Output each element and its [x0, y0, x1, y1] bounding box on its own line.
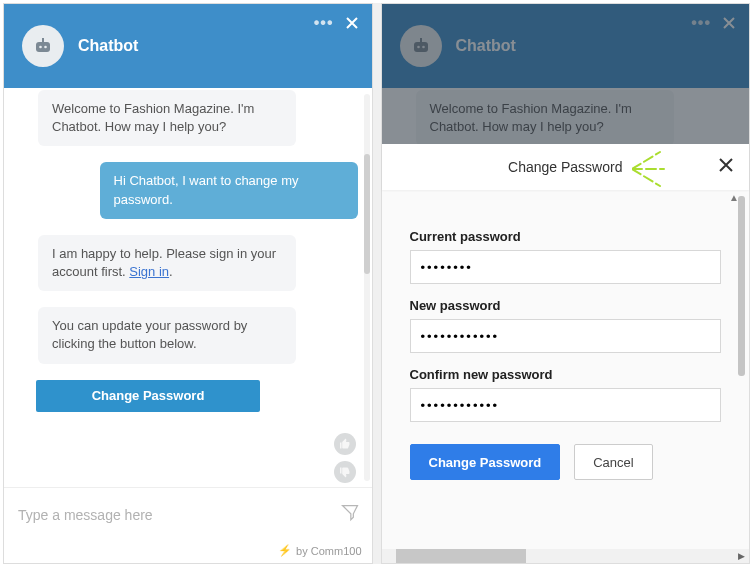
svg-point-1 [39, 46, 42, 49]
sign-in-link[interactable]: Sign in [129, 264, 169, 279]
current-password-input[interactable] [410, 250, 722, 284]
bot-avatar [400, 25, 442, 67]
confirm-new-password-input[interactable] [410, 388, 722, 422]
close-icon[interactable] [344, 15, 360, 31]
confirm-new-password-label: Confirm new password [410, 367, 722, 382]
send-cursor-icon[interactable] [340, 503, 360, 527]
submit-button[interactable]: Change Password [410, 444, 561, 480]
svg-rect-3 [42, 38, 44, 42]
svg-rect-7 [420, 38, 422, 42]
svg-rect-0 [36, 42, 50, 52]
svg-point-6 [422, 46, 425, 49]
form-scrollbar-track[interactable] [738, 196, 745, 539]
horizontal-scrollbar[interactable]: ▶ [382, 549, 750, 563]
svg-point-5 [417, 46, 420, 49]
sheet-header: Change Password [382, 144, 750, 190]
scroll-right-arrow-icon[interactable]: ▶ [735, 550, 747, 562]
svg-rect-4 [414, 42, 428, 52]
chat-widget-left: Chatbot ••• Welcome to Fashion Magazine.… [3, 3, 373, 564]
user-message: Hi Chatbot, I want to change my password… [100, 162, 358, 218]
credit-line: ⚡ by Comm100 [4, 542, 372, 563]
more-icon[interactable]: ••• [314, 14, 334, 32]
svg-point-2 [44, 46, 47, 49]
bot-message-text: . [169, 264, 173, 279]
close-icon[interactable] [721, 15, 737, 31]
bot-message: Welcome to Fashion Magazine. I'm Chatbot… [38, 90, 296, 146]
change-password-sheet: Change Password ▲ Current password New p… [382, 144, 750, 563]
bot-avatar [22, 25, 64, 67]
bolt-icon: ⚡ [278, 544, 292, 557]
scrollbar-thumb[interactable] [364, 154, 370, 274]
password-form: Current password New password Confirm ne… [382, 203, 750, 492]
more-icon[interactable]: ••• [691, 14, 711, 32]
chat-title: Chatbot [78, 37, 138, 55]
sheet-title: Change Password [508, 159, 622, 175]
new-password-input[interactable] [410, 319, 722, 353]
current-password-label: Current password [410, 229, 722, 244]
credit-text: by Comm100 [296, 545, 361, 557]
close-icon[interactable] [717, 156, 735, 174]
bot-message: You can update your password by clicking… [38, 307, 296, 363]
chat-widget-right: Chatbot ••• Welcome to Fashion Magazine.… [381, 3, 751, 564]
chat-header: Chatbot ••• [382, 4, 750, 88]
thumbs-down-icon[interactable] [334, 461, 356, 483]
chat-header: Chatbot ••• [4, 4, 372, 88]
message-input-row [4, 487, 372, 542]
cancel-button[interactable]: Cancel [574, 444, 652, 480]
bot-message: I am happy to help. Please sign in your … [38, 235, 296, 291]
form-scrollbar-thumb[interactable] [738, 196, 745, 376]
message-input[interactable] [16, 506, 340, 524]
horizontal-scrollbar-thumb[interactable] [396, 549, 526, 563]
scrollbar-track[interactable] [364, 94, 370, 481]
new-password-label: New password [410, 298, 722, 313]
change-password-button[interactable]: Change Password [36, 380, 260, 412]
chat-title: Chatbot [456, 37, 516, 55]
bot-message: Welcome to Fashion Magazine. I'm Chatbot… [416, 90, 674, 146]
thumbs-up-icon[interactable] [334, 433, 356, 455]
collapse-arrow-icon[interactable]: ▲ [382, 190, 750, 203]
chat-body: Welcome to Fashion Magazine. I'm Chatbot… [4, 88, 372, 487]
